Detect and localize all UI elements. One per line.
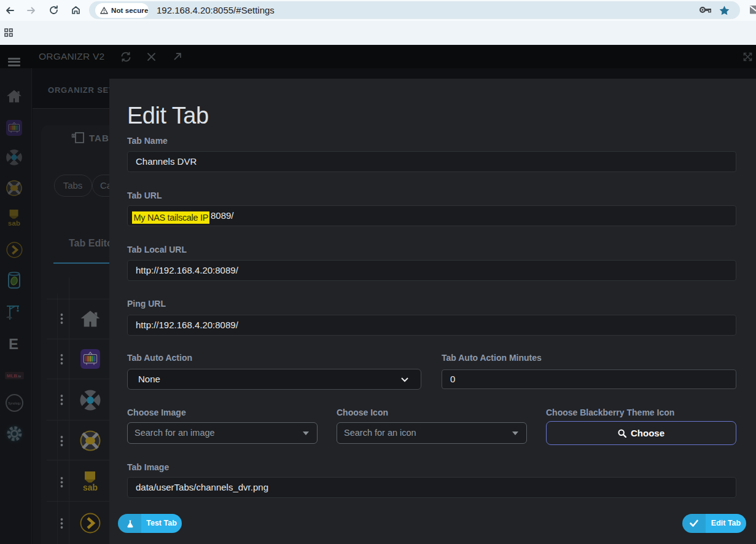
svg-text:MLB: MLB <box>7 373 18 379</box>
svg-text:sab: sab <box>8 219 20 227</box>
svg-text:Synology: Synology <box>8 401 21 405</box>
svg-text:sab: sab <box>83 483 98 492</box>
svg-text:.tv: .tv <box>17 374 21 378</box>
